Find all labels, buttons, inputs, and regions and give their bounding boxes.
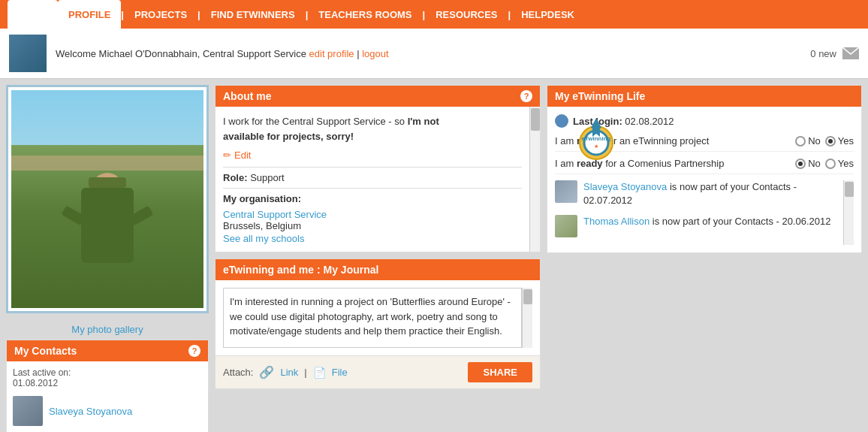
my-contacts-help[interactable]: ? [188,345,200,357]
divider-1 [223,167,522,168]
contact-avatar [13,396,43,426]
location-text: Brussels, Belgium [223,220,522,231]
ready-comenius-no-radio[interactable] [795,159,806,169]
my-contacts-header: My Contacts ? [7,340,208,361]
feed-link-2[interactable]: Thomas Allison [583,216,649,227]
message-count: 0 new [810,48,836,59]
header-right: 0 new [810,47,859,59]
ready-project-no-radio[interactable] [795,136,806,147]
svg-text:eTwinning: eTwinning [582,135,611,142]
profile-photo-box [6,85,209,313]
share-button[interactable]: SHARE [468,362,532,382]
see-all-schools[interactable]: See all my schools [223,233,522,244]
about-me-text: I work for the Central Support Service -… [223,114,522,143]
journal-header: eTwinning and me : My Journal [215,259,540,280]
feed-text-1: Slaveya Stoyanova is now part of your Co… [583,180,843,207]
ready-comenius-yes-label[interactable]: Yes [825,158,854,169]
main-layout: My photo gallery My Contacts ? Last acti… [0,79,868,432]
person-silhouette [62,173,152,308]
journal-text: I'm interested in running a project on '… [223,288,522,348]
etwinning-life-title: My eTwinning Life [555,90,645,102]
ready-project-no-label[interactable]: No [795,135,821,147]
about-me-scrollbar [529,107,540,252]
ready-project-radio: No Yes [795,135,854,147]
contact-item: Slaveya Stoyanova [13,393,202,429]
journal-text-area: I'm interested in running a project on '… [223,288,532,348]
feed-scrollbar-thumb[interactable] [845,182,854,197]
welcome-message: Welcome Michael O'Donnabhain, Central Su… [56,48,389,59]
mail-icon[interactable] [842,47,859,59]
journal-box: eTwinning and me : My Journal I'm intere… [215,258,541,389]
navigation-bar: HOME PROFILE | PROJECTS | FIND ETWINNERS… [0,0,868,29]
feed-item-1: Slaveya Stoyanova is now part of your Co… [555,180,843,207]
journal-scrollbar [522,288,532,348]
nav-item-resources[interactable]: RESOURCES [425,0,508,29]
ready-comenius-no-label[interactable]: No [795,158,821,169]
ready-project-yes-label[interactable]: Yes [825,135,854,147]
about-me-title: About me [223,90,272,102]
file-icon: 📄 [313,367,326,379]
attach-separator: | [304,367,306,378]
my-contacts-box: My Contacts ? Last active on: 01.08.2012… [6,340,209,432]
feed-text-2: Thomas Allison is now part of your Conta… [583,215,831,228]
about-me-inner: I work for the Central Support Service -… [215,107,540,252]
about-me-header: About me ? [215,86,540,107]
scrollbar-thumb[interactable] [531,108,540,131]
avatar [9,35,47,72]
about-me-role: Role: Support [223,172,522,183]
photo-gallery-link[interactable]: My photo gallery [6,319,209,340]
journal-title: eTwinning and me : My Journal [223,264,378,276]
logout-link[interactable]: logout [362,48,388,59]
svg-text:★: ★ [594,143,598,149]
etwinning-life-header: My eTwinning Life [547,86,861,107]
about-me-box: About me ? I work for the Central Suppor… [215,85,541,252]
header-bar: Welcome Michael O'Donnabhain, Central Su… [0,29,868,79]
nav-item-teachers-rooms[interactable]: TEACHERS ROOMS [308,0,422,29]
nav-item-helpdesk[interactable]: HELPDESK [511,0,585,29]
link-attach[interactable]: Link [280,367,298,378]
nav-item-home[interactable]: HOME [8,0,58,29]
about-me-help[interactable]: ? [520,90,532,102]
journal-scrollbar-thumb[interactable] [523,289,532,304]
attach-area: Attach: 🔗 Link | 📄 File [223,365,348,379]
ready-comenius-radio: No Yes [795,158,854,169]
my-contacts-title: My Contacts [14,345,77,357]
wall-detail [11,156,203,171]
etwinning-life-box: My eTwinning Life Last login: 02.08.2012… [547,85,862,253]
attach-label: Attach: [223,367,253,378]
feed-item-2: Thomas Allison is now part of your Conta… [555,215,843,237]
about-me-org: My organisation: [223,193,522,204]
journal-content: I'm interested in running a project on '… [215,280,540,355]
contacts-content: Last active on: 01.08.2012 Slaveya Stoya… [7,361,208,432]
about-me-scroll[interactable]: I work for the Central Support Service -… [215,107,529,252]
nav-item-projects[interactable]: PROJECTS [124,0,197,29]
avatar-image [9,35,47,72]
feed-scrollbar [843,180,854,245]
feed-link-1[interactable]: Slaveya Stoyanova [583,181,667,192]
medal-container: eTwinning ★ [576,114,617,165]
header-left: Welcome Michael O'Donnabhain, Central Su… [9,35,389,72]
ready-project-yes-radio[interactable] [825,136,836,147]
nav-item-profile[interactable]: PROFILE [58,0,121,29]
login-icon [555,114,568,128]
edit-profile-link[interactable]: edit profile [309,48,354,59]
feed-avatar-1 [555,180,577,203]
last-login-date: 02.08.2012 [625,116,674,127]
nav-item-find-etwinners[interactable]: FIND ETWINNERS [200,0,306,29]
org-link[interactable]: Central Support Service [223,209,522,220]
file-attach[interactable]: File [332,367,348,378]
journal-footer: Attach: 🔗 Link | 📄 File SHARE [215,355,540,388]
contacts-feed[interactable]: Slaveya Stoyanova is now part of your Co… [555,180,854,245]
edit-link[interactable]: ✏ Edit [223,150,522,161]
contact-name[interactable]: Slaveya Stoyanova [49,406,132,417]
divider-2 [223,188,522,189]
feed-avatar-2 [555,215,577,237]
medal-icon: eTwinning ★ [576,114,617,163]
center-panel: About me ? I work for the Central Suppor… [215,85,541,432]
profile-photo [11,90,203,308]
welcome-text: Welcome Michael O'Donnabhain, Central Su… [56,48,306,59]
ready-comenius-yes-radio[interactable] [825,159,836,169]
left-panel: My photo gallery My Contacts ? Last acti… [6,85,209,432]
link-icon: 🔗 [259,365,274,379]
contacts-active-date: Last active on: 01.08.2012 [13,367,202,388]
